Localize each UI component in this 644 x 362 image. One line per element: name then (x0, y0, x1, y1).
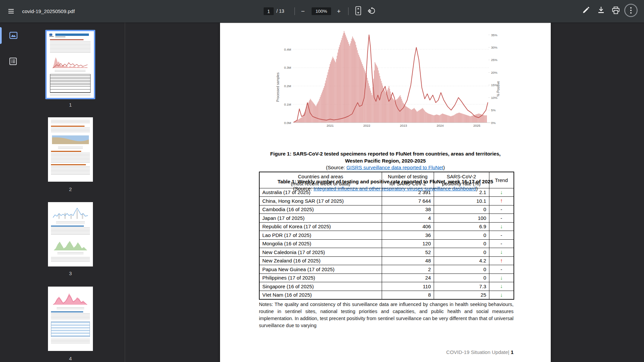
cell-trend-up: ↑ (489, 197, 514, 205)
cell-testing: 36 (382, 231, 434, 240)
figure-source-suffix: ) (443, 165, 445, 170)
annotate-pencil-icon[interactable] (582, 6, 590, 14)
page-number-input[interactable] (264, 7, 274, 15)
cell-testing: 7 644 (382, 197, 434, 205)
cell-testing: 2 391 (382, 188, 434, 197)
menu-icon[interactable] (8, 9, 14, 13)
table-row: Mongolia (16 of 2025)1200- (259, 239, 514, 248)
document-title: covid-19_20250509.pdf (22, 0, 75, 22)
figure-caption-line1: Figure 1: SARS-CoV-2 tested specimens re… (220, 150, 551, 158)
table-header-row: Countries and areas (most recent week of… (259, 172, 514, 188)
col-header-positivity: SARS-CoV-2 positivity rate (%) (434, 172, 489, 188)
cell-positivity: 4.2 (434, 256, 489, 265)
print-icon[interactable] (612, 6, 620, 14)
cell-trend-flat: - (489, 265, 514, 274)
table-row: Australia (17 of 2025)2 3912.1↓ (259, 188, 514, 197)
cell-country: Japan (17 of 2025) (259, 214, 382, 223)
cell-positivity: 6.9 (434, 222, 489, 231)
cell-country: Papua New Guinea (17 of 2025) (259, 265, 382, 274)
zoom-in-button[interactable]: + (334, 7, 343, 15)
thumbnail-2-label: 2 (37, 186, 104, 192)
cell-country: Mongolia (16 of 2025) (259, 239, 382, 248)
page-count-label: / 13 (276, 0, 284, 22)
toolbar-divider (294, 7, 295, 15)
table-row: Papua New Guinea (17 of 2025)20- (259, 265, 514, 274)
thumbnail-1-label: 1 (37, 102, 104, 108)
figure-source-link[interactable]: GISRS surveillance data reported to FluN… (346, 165, 443, 170)
svg-text:2024: 2024 (437, 124, 444, 127)
table-row: Lao PDR (17 of 2025)360- (259, 231, 514, 240)
thumbnail-sidebar: 1 2 (0, 22, 125, 362)
page-thumbnail-3[interactable] (48, 202, 93, 266)
page-thumbnail-2[interactable] (48, 117, 93, 182)
svg-text:5%: 5% (491, 108, 496, 112)
fit-to-page-icon[interactable] (355, 6, 362, 15)
cell-positivity: 0 (434, 239, 489, 248)
thumbnail-4-label: 4 (37, 356, 104, 361)
zoom-out-button[interactable]: − (299, 7, 307, 15)
cell-testing: 24 (382, 274, 434, 282)
table-row: New Zealand (16 of 2025)484.2↑ (259, 256, 514, 265)
thumbnails-view-icon[interactable] (9, 32, 17, 39)
thumbnail-1-art (47, 31, 94, 98)
cell-positivity: 10.1 (434, 197, 489, 205)
cell-trend-down: ↓ (489, 188, 514, 197)
col-header-trend: Trend (489, 172, 514, 188)
more-options-icon[interactable] (624, 3, 638, 17)
pdf-toolbar: covid-19_20250509.pdf / 13 − 100% + (0, 0, 644, 22)
cell-testing: 120 (382, 239, 434, 248)
cell-trend-down: ↓ (489, 274, 514, 282)
thumbnail-2-art (48, 117, 93, 182)
cell-testing: 8 (382, 291, 434, 299)
thumbnail-3-art (48, 202, 93, 266)
cell-testing: 38 (382, 205, 434, 214)
cell-country: New Zealand (16 of 2025) (259, 256, 382, 265)
cell-trend-up: ↑ (489, 256, 514, 265)
cell-testing: 52 (382, 248, 434, 257)
table-row: New Caledonia (17 of 2025)520↓ (259, 248, 514, 257)
table-row: Singapore (16 of 2025)1107.3↓ (259, 282, 514, 291)
zoom-level[interactable]: 100% (312, 7, 331, 15)
cell-positivity: 2.1 (434, 188, 489, 197)
cell-trend-flat: - (489, 231, 514, 240)
svg-text:0.2M: 0.2M (284, 84, 291, 88)
flunet-specimens-chart: 0.0M0.1M0.2M0.3M0.4M0%5%10%15%20%25%30%3… (275, 25, 503, 129)
cell-country: Philippines (17 of 2025) (259, 274, 382, 282)
cell-trend-down: ↓ (489, 248, 514, 257)
cell-trend-down: ↓ (489, 291, 514, 299)
cell-country: Lao PDR (17 of 2025) (259, 231, 382, 240)
cell-trend-flat: - (489, 214, 514, 223)
table-notes: Notes: The quality and consistency of th… (259, 301, 514, 329)
cell-testing: 406 (382, 222, 434, 231)
table-row: Republic of Korea (17 of 2025)4066.9↓ (259, 222, 514, 231)
svg-text:35%: 35% (491, 33, 498, 37)
figure-source-prefix: (Source: (326, 165, 346, 170)
table-row: VIet Nam (16 of 2025)825↓ (259, 291, 514, 299)
active-view-indicator (0, 27, 2, 44)
table-row: Japan (17 of 2025)4100- (259, 214, 514, 223)
document-outline-icon[interactable] (9, 58, 17, 65)
table-row: China, Hong Kong SAR (17 of 2025)7 64410… (259, 197, 514, 205)
svg-text:2023: 2023 (400, 124, 407, 127)
page-thumbnail-1[interactable] (45, 30, 95, 99)
cell-country: Singapore (16 of 2025) (259, 282, 382, 291)
cell-testing: 48 (382, 256, 434, 265)
svg-text:0.1M: 0.1M (284, 103, 291, 106)
footer-page-number: 1 (511, 349, 514, 355)
svg-text:0.0M: 0.0M (284, 121, 291, 125)
rotate-icon[interactable] (368, 7, 376, 15)
download-icon[interactable] (597, 6, 605, 14)
page-footer: COVID-19 Situation Update| 1 (259, 349, 514, 355)
page-thumbnail-4[interactable] (48, 287, 93, 351)
svg-text:0.3M: 0.3M (284, 66, 291, 69)
cell-positivity: 0 (434, 274, 489, 282)
col-header-countries: Countries and areas (most recent week of… (259, 172, 382, 188)
cell-positivity: 7.3 (434, 282, 489, 291)
cell-positivity: 25 (434, 291, 489, 299)
svg-text:30%: 30% (491, 46, 498, 49)
footer-label: COVID-19 Situation Update| (446, 349, 511, 355)
cell-testing: 110 (382, 282, 434, 291)
thumbnail-3-label: 3 (37, 270, 104, 276)
svg-text:20%: 20% (491, 71, 498, 74)
table-row: Cambodia (16 of 2025)380- (259, 205, 514, 214)
